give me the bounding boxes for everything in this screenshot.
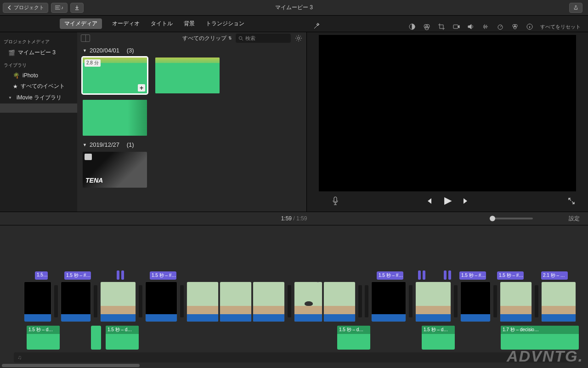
gap-handle[interactable] (288, 285, 291, 317)
search-input[interactable]: 検索 (236, 34, 291, 43)
back-button[interactable]: プロジェクト (3, 3, 48, 13)
horizontal-scrollbar[interactable] (2, 364, 140, 367)
info-icon[interactable] (526, 23, 534, 31)
gap-handle[interactable] (94, 285, 97, 317)
tab-transitions[interactable]: トランジション (206, 20, 244, 28)
view-toggle[interactable] (81, 34, 90, 42)
svg-rect-5 (453, 25, 458, 29)
title-clip[interactable]: 2.1 秒 – … (541, 271, 568, 280)
sidebar-imovie-library[interactable]: iMovie ライブラリ (0, 92, 77, 104)
gap-handle[interactable] (493, 285, 497, 317)
zoom-slider[interactable] (492, 218, 533, 219)
title-clip[interactable]: 1.5 秒 – #… (64, 271, 91, 280)
volume-icon[interactable] (467, 23, 475, 31)
total-time: 1:59 (296, 215, 307, 222)
sidebar-head-library: ライブラリ (0, 58, 77, 70)
import-button[interactable] (70, 3, 84, 13)
video-clip[interactable] (323, 282, 356, 322)
gap-handle[interactable] (54, 285, 58, 317)
title-marker[interactable] (418, 270, 421, 280)
magic-wand-icon[interactable] (312, 22, 321, 30)
title-marker[interactable] (117, 270, 119, 280)
video-clip[interactable] (24, 282, 51, 322)
fullscreen-button[interactable] (568, 197, 575, 206)
title-clip[interactable]: 1.5 秒 – #… (459, 271, 486, 280)
gap-handle[interactable] (535, 285, 538, 317)
video-clip[interactable] (460, 282, 491, 322)
sidebar-all-events[interactable]: ★ すべてのイベント (0, 80, 77, 92)
title-marker[interactable] (423, 270, 425, 280)
clip-thumb[interactable]: 2.8 分 + (83, 58, 147, 93)
color-balance-icon[interactable] (408, 23, 416, 31)
timeline[interactable]: 1.5… 1.5 秒 – #… 1.5 秒 – #… 1.5 秒 – #… 1.… (0, 225, 588, 368)
video-clip[interactable] (145, 282, 177, 322)
tab-backgrounds[interactable]: 背景 (184, 20, 195, 28)
speed-indicator[interactable] (296, 282, 319, 282)
gap-handle[interactable] (180, 285, 184, 317)
media-button[interactable]: ♪ (51, 3, 68, 13)
crop-icon[interactable] (437, 23, 446, 31)
video-clip[interactable] (220, 282, 252, 322)
gap-handle[interactable] (365, 285, 368, 317)
title-clip[interactable]: 1.5… (35, 271, 48, 280)
reset-all-button[interactable]: すべてをリセット (540, 23, 581, 30)
stabilize-icon[interactable] (452, 23, 460, 31)
audio-clip[interactable]: 1.5 秒 – d… (106, 326, 139, 350)
sidebar-iphoto[interactable]: 🌴 iPhoto (0, 70, 77, 80)
tab-titles[interactable]: タイトル (151, 20, 173, 28)
video-clip[interactable] (61, 282, 91, 322)
sidebar: プロジェクトメディア 🎬 マイムービー 3 ライブラリ 🌴 iPhoto ★ す… (0, 32, 77, 212)
gap-handle[interactable] (454, 285, 458, 317)
color-correction-icon[interactable] (423, 23, 431, 31)
tab-my-media[interactable]: マイメディア (60, 18, 102, 29)
audio-clip[interactable]: 1.5 秒 – d… (337, 326, 370, 350)
tab-audio[interactable]: オーディオ (112, 20, 140, 28)
audio-clip[interactable] (91, 326, 101, 350)
photo-thumb[interactable]: TENA (83, 152, 147, 188)
audio-clip[interactable]: 1.5 秒 – d… (27, 326, 60, 350)
voiceover-button[interactable] (332, 196, 339, 207)
title-marker[interactable] (448, 270, 451, 280)
chevron-updown-icon: ⇅ (228, 36, 232, 40)
gap-handle[interactable] (358, 285, 362, 317)
zoom-knob[interactable] (490, 216, 495, 221)
noise-reduction-icon[interactable] (481, 23, 490, 31)
clip-thumb[interactable] (83, 100, 147, 136)
play-button[interactable] (442, 196, 452, 207)
gap-handle[interactable] (409, 285, 413, 317)
title-marker[interactable] (444, 270, 447, 280)
video-clip[interactable] (294, 282, 322, 322)
sidebar-project-item[interactable]: 🎬 マイムービー 3 (0, 47, 77, 58)
gap-handle[interactable] (139, 285, 142, 317)
sidebar-selected-library[interactable] (0, 104, 77, 113)
video-clip[interactable] (541, 282, 576, 322)
title-marker[interactable] (121, 270, 124, 280)
title-clip[interactable]: 1.5 秒 – #… (150, 271, 176, 280)
timeline-settings-button[interactable]: 設定 (569, 215, 580, 223)
video-clip[interactable] (371, 282, 406, 322)
title-clip[interactable]: 1.5 秒 – #… (497, 271, 524, 280)
video-clip[interactable] (415, 282, 451, 322)
clip-thumb[interactable] (155, 58, 220, 93)
filter-icon[interactable] (511, 23, 519, 31)
speed-icon[interactable] (496, 23, 504, 31)
title-clip[interactable]: 1.5 秒 – #… (377, 271, 403, 280)
audio-clip[interactable]: 1.7 秒 – decisio… (501, 326, 579, 350)
gear-icon[interactable] (294, 34, 303, 42)
preview-canvas[interactable] (319, 35, 576, 191)
sidebar-imovie-library-label: iMovie ライブラリ (17, 94, 62, 102)
video-clip[interactable] (100, 282, 136, 322)
event-title-1[interactable]: ▼ 2020/04/01 (3) (83, 47, 301, 54)
event-title-2[interactable]: ▼ 2019/12/27 (1) (83, 141, 301, 148)
event-date-1: 2020/04/01 (90, 47, 119, 54)
next-button[interactable] (463, 197, 470, 206)
prev-button[interactable] (425, 197, 432, 206)
video-clip[interactable] (253, 282, 285, 322)
video-clip[interactable] (500, 282, 532, 322)
background-music-track[interactable]: ♫ (14, 352, 574, 362)
share-button[interactable] (569, 3, 582, 13)
add-to-timeline-icon[interactable]: + (138, 84, 145, 92)
audio-clip[interactable]: 1.5 秒 – d… (422, 326, 455, 350)
video-clip[interactable] (187, 282, 219, 322)
clip-filter-dropdown[interactable]: すべてのクリップ ⇅ (182, 34, 232, 42)
